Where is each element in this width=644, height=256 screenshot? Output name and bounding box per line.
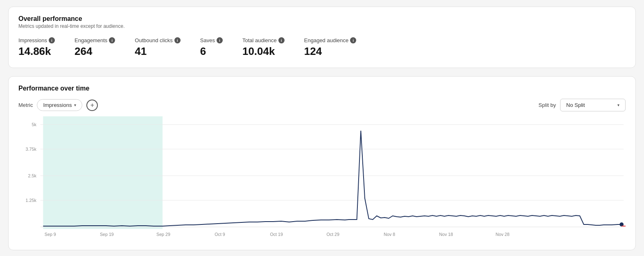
performance-over-time-title: Performance over time <box>18 85 626 92</box>
metric-dropdown-value: Impressions <box>43 102 72 108</box>
x-label-sep19: Sep 19 <box>100 232 114 237</box>
metric-label-text-engaged_audience: Engaged audience <box>304 37 348 43</box>
overall-performance-card: Overall performance Metrics updated in r… <box>8 7 636 68</box>
metric-item-outbound_clicks: Outbound clicksi41 <box>135 37 181 58</box>
y-label-1-25k: 1.25k <box>26 198 37 203</box>
metric-value-engaged_audience: 124 <box>304 45 356 58</box>
metric-item-engagements: Engagementsi264 <box>75 37 115 58</box>
info-icon-saves[interactable]: i <box>217 37 223 43</box>
chart-controls-right: Split by No Split ▾ <box>538 99 626 111</box>
x-label-nov28: Nov 28 <box>496 232 510 237</box>
chart-controls-left: Metric Impressions ▾ + <box>18 99 98 111</box>
info-icon-impressions[interactable]: i <box>49 37 55 43</box>
metric-value-saves: 6 <box>200 45 223 58</box>
x-label-nov8: Nov 8 <box>384 232 395 237</box>
page-container: Overall performance Metrics updated in r… <box>0 0 644 256</box>
info-icon-engaged_audience[interactable]: i <box>350 37 356 43</box>
add-metric-icon: + <box>90 102 94 109</box>
metric-item-impressions: Impressionsi14.86k <box>18 37 55 58</box>
x-label-oct19: Oct 19 <box>270 232 282 237</box>
y-label-2-5k: 2.5k <box>28 173 37 178</box>
overall-performance-subtitle: Metrics updated in real-time except for … <box>18 23 626 29</box>
metric-value-impressions: 14.86k <box>18 45 55 58</box>
metric-label-total_audience: Total audiencei <box>242 37 285 43</box>
x-label-sep29: Sep 29 <box>156 232 170 237</box>
metric-label-engaged_audience: Engaged audiencei <box>304 37 356 43</box>
y-label-3-75k: 3.75k <box>26 147 37 152</box>
info-icon-total_audience[interactable]: i <box>278 37 285 43</box>
highlighted-region <box>43 116 163 229</box>
metric-value-total_audience: 10.04k <box>242 45 285 58</box>
x-label-nov18: Nov 18 <box>439 232 453 237</box>
metric-label-impressions: Impressionsi <box>18 37 55 43</box>
add-metric-button[interactable]: + <box>86 100 98 111</box>
metric-label-text: Metric <box>18 102 33 108</box>
x-label-oct9: Oct 9 <box>215 232 225 237</box>
metric-label-engagements: Engagementsi <box>75 37 115 43</box>
metric-item-total_audience: Total audiencei10.04k <box>242 37 285 58</box>
metric-dropdown[interactable]: Impressions ▾ <box>37 99 82 111</box>
metric-label-text-engagements: Engagements <box>75 37 107 43</box>
metric-label-saves: Savesi <box>200 37 223 43</box>
metric-value-outbound_clicks: 41 <box>135 45 181 58</box>
metric-label-text-impressions: Impressions <box>18 37 47 43</box>
chart-controls: Metric Impressions ▾ + Split by No Split… <box>18 99 626 111</box>
metric-value-engagements: 264 <box>75 45 115 58</box>
split-dropdown-value: No Split <box>566 102 585 108</box>
metric-dropdown-chevron: ▾ <box>74 103 76 107</box>
metrics-row: Impressionsi14.86kEngagementsi264Outboun… <box>18 37 626 58</box>
split-dropdown-chevron: ▾ <box>617 103 619 107</box>
split-by-label: Split by <box>538 102 556 108</box>
chart-svg: 5k 3.75k 2.5k 1.25k Sep 9 Sep 19 Sep 29 … <box>18 116 626 243</box>
x-label-sep9: Sep 9 <box>45 232 56 237</box>
x-label-oct29: Oct 29 <box>327 232 339 237</box>
metric-label-outbound_clicks: Outbound clicksi <box>135 37 181 43</box>
metric-label-text-saves: Saves <box>200 37 215 43</box>
performance-over-time-card: Performance over time Metric Impressions… <box>8 76 636 250</box>
metric-label-text-outbound_clicks: Outbound clicks <box>135 37 173 43</box>
metric-label-text-total_audience: Total audience <box>242 37 277 43</box>
y-label-5k: 5k <box>32 122 36 127</box>
info-icon-engagements[interactable]: i <box>109 37 115 43</box>
metric-item-saves: Savesi6 <box>200 37 223 58</box>
chart-area: 5k 3.75k 2.5k 1.25k Sep 9 Sep 19 Sep 29 … <box>18 116 626 243</box>
overall-performance-title: Overall performance <box>18 15 626 23</box>
split-dropdown[interactable]: No Split ▾ <box>560 99 626 111</box>
metric-item-engaged_audience: Engaged audiencei124 <box>304 37 356 58</box>
info-icon-outbound_clicks[interactable]: i <box>174 37 181 43</box>
